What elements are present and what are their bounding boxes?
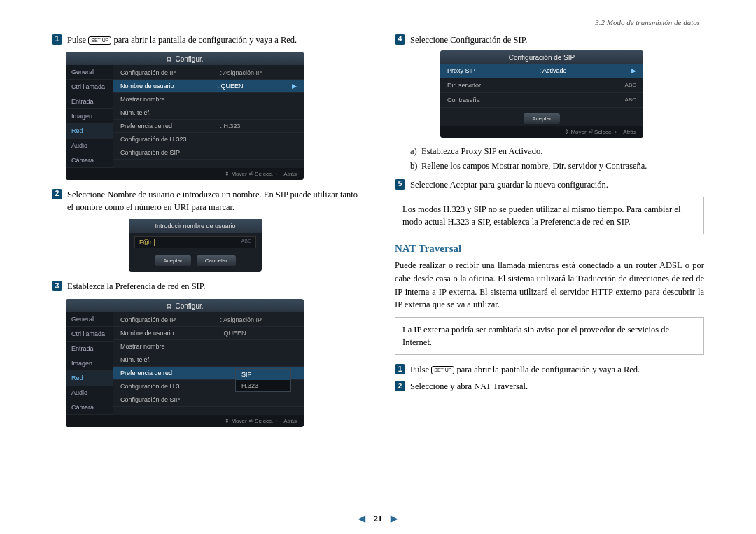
sidebar-item[interactable]: Imagen bbox=[66, 356, 113, 371]
row-key: Contraseña bbox=[447, 97, 625, 104]
sidebar-item-selected[interactable]: Red bbox=[66, 124, 113, 139]
config-row[interactable]: Núm. teléf. bbox=[113, 106, 304, 120]
sidebar-item[interactable]: General bbox=[66, 312, 113, 327]
sidebar-item-selected[interactable]: Red bbox=[66, 371, 113, 386]
row-val: ABC bbox=[625, 97, 636, 104]
row-key: Nombre de usuario bbox=[120, 330, 220, 337]
screenshot-footer: ⇕ Mover ⏎ Selecc. ⟵ Atrás bbox=[440, 126, 643, 138]
step-badge: 1 bbox=[395, 364, 405, 374]
text: para abrir la pantalla de configuración … bbox=[457, 365, 640, 374]
screenshot-title: ⚙Configur. bbox=[66, 299, 304, 312]
sidebar-item[interactable]: Entrada bbox=[66, 94, 113, 109]
row-key: Mostrar nombre bbox=[120, 343, 297, 350]
text: Pulse bbox=[67, 35, 88, 45]
row-key: Núm. teléf. bbox=[120, 356, 297, 363]
preference-dropdown[interactable]: SIP H.323 bbox=[235, 368, 291, 392]
step-badge: 4 bbox=[395, 34, 405, 45]
config-row[interactable]: Configuración de SIP bbox=[113, 146, 304, 160]
sidebar-item[interactable]: Cámara bbox=[66, 153, 113, 168]
screenshot-footer: ⇕ Mover ⏎ Selecc. ⟵ Atrás bbox=[66, 168, 304, 180]
row-val: ABC bbox=[625, 82, 636, 89]
nat-body-text: Puede realizar o recibir una llamada mie… bbox=[395, 259, 704, 311]
substep-a: a)Establezca Proxy SIP en Activado. bbox=[410, 145, 704, 158]
step-5-text: Seleccione Aceptar para guardar la nueva… bbox=[410, 178, 704, 191]
page-columns: 1 Pulse SET UP para abrir la pantalla de… bbox=[0, 0, 756, 442]
sidebar-item[interactable]: Audio bbox=[66, 139, 113, 153]
row-key: Configuración de H.323 bbox=[120, 136, 220, 143]
config-row[interactable]: Preferencia de red: H.323 bbox=[113, 120, 304, 133]
config-rows: Configuración de IP: Asignación IP Nombr… bbox=[113, 65, 304, 168]
row-key: Configuración de SIP bbox=[120, 149, 220, 156]
sidebar-item[interactable]: General bbox=[66, 65, 113, 80]
step-4: 4 Seleccione Configuración de SIP. bbox=[395, 34, 704, 46]
cancel-button[interactable]: Cancelar bbox=[197, 255, 236, 266]
username-input[interactable]: F@r | ABC bbox=[134, 236, 256, 248]
row-val: : QUEEN bbox=[220, 330, 297, 337]
title-text: Configur. bbox=[175, 55, 203, 63]
sip-row[interactable]: Dir. servidorABC bbox=[440, 78, 643, 93]
nat-traversal-heading: NAT Traversal bbox=[395, 243, 704, 255]
sidebar-item[interactable]: Audio bbox=[66, 386, 113, 400]
sidebar: General Ctrl llamada Entrada Imagen Red … bbox=[66, 65, 113, 168]
step-badge: 1 bbox=[52, 34, 62, 45]
sidebar: General Ctrl llamada Entrada Imagen Red … bbox=[66, 312, 113, 415]
row-key: Configuración de IP bbox=[120, 316, 220, 323]
text: para abrir la pantalla de configuración … bbox=[114, 35, 298, 45]
config-screenshot-1: ⚙Configur. General Ctrl llamada Entrada … bbox=[66, 52, 304, 180]
row-val: : Activado bbox=[540, 67, 632, 74]
prev-page-button[interactable]: ◀ bbox=[358, 513, 365, 524]
config-row[interactable]: Mostrar nombre bbox=[113, 340, 304, 353]
text: Establezca Proxy SIP en Activado. bbox=[421, 146, 542, 156]
step-2: 2 Seleccione Nombre de usuario e introdu… bbox=[52, 188, 361, 213]
config-row[interactable]: Núm. teléf. bbox=[113, 353, 304, 367]
config-row-highlighted[interactable]: Nombre de usuario: QUEEN▶ bbox=[113, 80, 304, 93]
config-row[interactable]: Configuración de IP: Asignación IP bbox=[113, 314, 304, 327]
note-box-1: Los modos H.323 y SIP no se pueden utili… bbox=[395, 197, 704, 234]
config-row[interactable]: Nombre de usuario: QUEEN bbox=[113, 327, 304, 340]
setup-key-icon: SET UP bbox=[431, 366, 454, 374]
text: Pulse bbox=[410, 365, 431, 374]
sidebar-item[interactable]: Imagen bbox=[66, 109, 113, 124]
next-page-button[interactable]: ▶ bbox=[391, 513, 398, 524]
dialog-title: Introducir nombre de usuario bbox=[129, 219, 262, 233]
step-1-nat: 1 Pulse SET UP para abrir la pantalla de… bbox=[395, 363, 704, 376]
row-val: : H.323 bbox=[220, 122, 297, 129]
arrow-right-icon: ▶ bbox=[292, 83, 297, 90]
gear-icon: ⚙ bbox=[166, 55, 172, 63]
config-row[interactable]: Mostrar nombre bbox=[113, 93, 304, 106]
accept-button[interactable]: Aceptar bbox=[524, 113, 560, 124]
config-row[interactable]: Configuración de SIP bbox=[113, 393, 304, 407]
sidebar-item[interactable]: Ctrl llamada bbox=[66, 327, 113, 342]
row-key: Configuración de IP bbox=[120, 69, 220, 76]
step-text: Pulse SET UP para abrir la pantalla de c… bbox=[410, 363, 704, 376]
step-4-text: Seleccione Configuración de SIP. bbox=[410, 34, 704, 46]
config-screenshot-3: ⚙Configur. General Ctrl llamada Entrada … bbox=[66, 299, 304, 427]
row-val: : Asignación IP bbox=[220, 69, 297, 76]
row-key: Núm. teléf. bbox=[120, 109, 220, 116]
step-text: Seleccione y abra NAT Traversal. bbox=[410, 380, 704, 393]
setup-key-icon: SET UP bbox=[88, 36, 111, 45]
dropdown-option-selected[interactable]: SIP bbox=[236, 369, 290, 380]
row-key: Nombre de usuario bbox=[120, 83, 217, 90]
substep-b: b)Rellene los campos Mostrar nombre, Dir… bbox=[410, 160, 704, 173]
sip-row[interactable]: ContraseñaABC bbox=[440, 93, 643, 108]
sip-row-highlighted[interactable]: Proxy SIP: Activado▶ bbox=[440, 64, 643, 78]
username-input-screenshot: Introducir nombre de usuario F@r | ABC A… bbox=[129, 219, 262, 272]
page-navigation: ◀ 21 ▶ bbox=[358, 513, 398, 524]
screenshot-title: ⚙Configur. bbox=[66, 52, 304, 65]
config-rows: Configuración de IP: Asignación IP Nombr… bbox=[113, 312, 304, 415]
row-val: : Asignación IP bbox=[220, 316, 297, 323]
step-badge: 2 bbox=[52, 189, 62, 199]
sidebar-item[interactable]: Entrada bbox=[66, 342, 113, 356]
input-mode-label: ABC bbox=[241, 239, 251, 246]
dropdown-option[interactable]: H.323 bbox=[236, 380, 290, 391]
config-row[interactable]: Configuración de H.323 bbox=[113, 133, 304, 146]
step-1-text: Pulse SET UP para abrir la pantalla de c… bbox=[67, 34, 361, 46]
step-2-nat: 2 Seleccione y abra NAT Traversal. bbox=[395, 380, 704, 393]
config-row[interactable]: Configuración de IP: Asignación IP bbox=[113, 66, 304, 80]
sidebar-item[interactable]: Ctrl llamada bbox=[66, 80, 113, 94]
accept-button[interactable]: Aceptar bbox=[155, 255, 191, 266]
row-key: Proxy SIP bbox=[447, 67, 540, 74]
sidebar-item[interactable]: Cámara bbox=[66, 400, 113, 415]
section-header: 3.2 Modo de transmisión de datos bbox=[595, 18, 700, 27]
